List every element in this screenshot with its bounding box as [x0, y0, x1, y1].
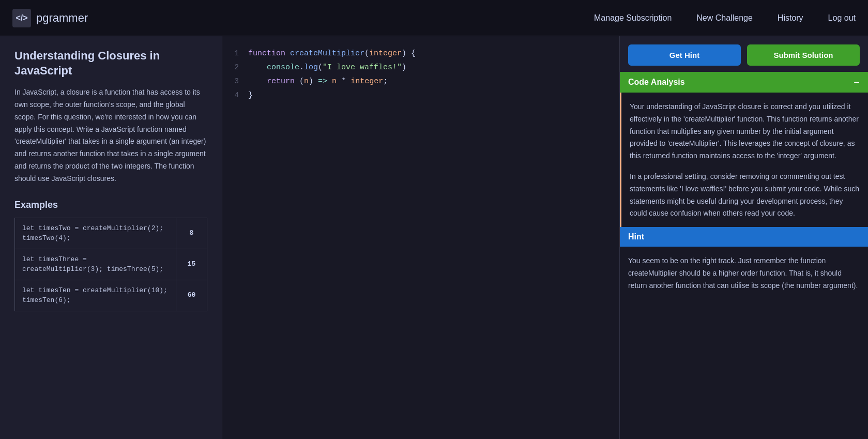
line-content-4: }: [248, 88, 619, 102]
logout-link[interactable]: Log out: [828, 13, 856, 23]
code-analysis-header: Code Analysis −: [620, 72, 868, 93]
code-analysis-title: Code Analysis: [628, 78, 685, 87]
example-code: let timesThree = createMultiplier(3); ti…: [15, 249, 176, 280]
code-line-2: 2 console.log("I love waffles!"): [222, 60, 619, 74]
new-challenge-link[interactable]: New Challenge: [696, 13, 753, 23]
code-line-4: 4 }: [222, 88, 619, 102]
table-row: let timesTwo = createMultiplier(2); time…: [15, 218, 207, 249]
analysis-paragraph-1: Your understanding of JavaScript closure…: [630, 101, 860, 162]
left-panel: Understanding Closures in JavaScript In …: [0, 36, 222, 439]
app-header: </> pgrammer Manage Subscription New Cha…: [0, 0, 868, 36]
example-result: 8: [176, 218, 207, 249]
analysis-paragraph-2: In a professional setting, consider remo…: [630, 171, 860, 220]
code-area: 1 function createMultiplier(integer) { 2…: [222, 36, 619, 113]
line-content-3: return (n) => n * integer;: [248, 74, 619, 88]
history-link[interactable]: History: [778, 13, 803, 23]
action-buttons: Get Hint Submit Solution: [620, 36, 868, 72]
line-number-3: 3: [222, 74, 248, 88]
line-number-4: 4: [222, 88, 248, 102]
example-code: let timesTwo = createMultiplier(2); time…: [15, 218, 176, 249]
right-panel: Get Hint Submit Solution Code Analysis −…: [620, 36, 868, 439]
minimize-analysis-button[interactable]: −: [854, 77, 860, 87]
line-number-1: 1: [222, 47, 248, 60]
hint-text: You seem to be on the right track. Just …: [628, 255, 860, 292]
nav-links: Manage Subscription New Challenge Histor…: [594, 13, 856, 23]
main-layout: Understanding Closures in JavaScript In …: [0, 36, 868, 439]
examples-title: Examples: [14, 200, 207, 210]
get-hint-button[interactable]: Get Hint: [628, 44, 741, 66]
manage-subscription-link[interactable]: Manage Subscription: [594, 13, 672, 23]
table-row: let timesThree = createMultiplier(3); ti…: [15, 249, 207, 280]
logo-icon: </>: [12, 9, 31, 27]
analysis-content: Your understanding of JavaScript closure…: [620, 93, 868, 227]
code-line-3: 3 return (n) => n * integer;: [222, 74, 619, 88]
challenge-description: In JavaScript, a closure is a function t…: [14, 86, 207, 185]
hint-content: You seem to be on the right track. Just …: [620, 247, 868, 439]
logo-text: pgrammer: [36, 11, 88, 25]
hint-header: Hint: [620, 227, 868, 247]
example-result: 60: [176, 280, 207, 311]
examples-table: let timesTwo = createMultiplier(2); time…: [14, 218, 207, 311]
code-editor[interactable]: 1 function createMultiplier(integer) { 2…: [222, 36, 620, 439]
challenge-title: Understanding Closures in JavaScript: [14, 49, 207, 78]
line-number-2: 2: [222, 60, 248, 74]
submit-solution-button[interactable]: Submit Solution: [747, 44, 860, 66]
line-content-2: console.log("I love waffles!"): [248, 60, 619, 74]
line-content-1: function createMultiplier(integer) {: [248, 47, 619, 60]
hint-title: Hint: [628, 232, 644, 241]
logo-area: </> pgrammer: [12, 9, 594, 27]
table-row: let timesTen = createMultiplier(10); tim…: [15, 280, 207, 311]
example-code: let timesTen = createMultiplier(10); tim…: [15, 280, 176, 311]
code-line-1: 1 function createMultiplier(integer) {: [222, 47, 619, 60]
example-result: 15: [176, 249, 207, 280]
